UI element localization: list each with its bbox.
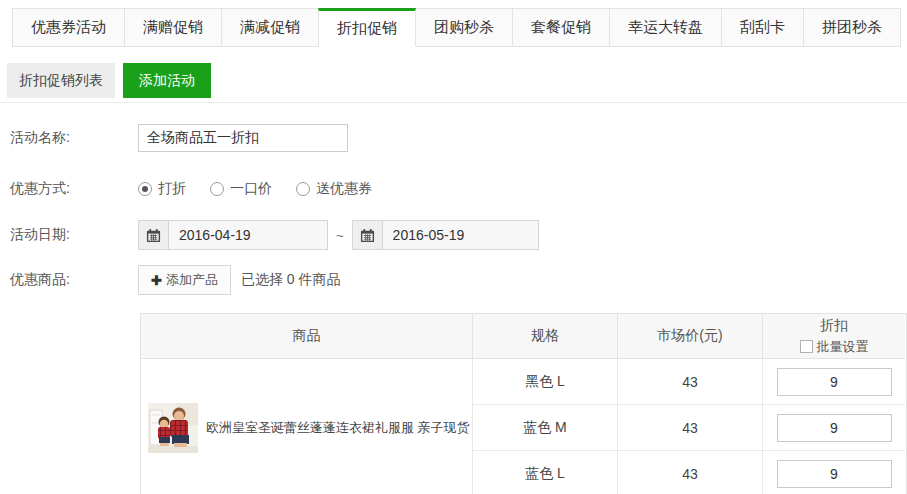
price-cell: 43 [618, 451, 763, 494]
radio-icon[interactable] [296, 182, 310, 196]
activity-name-label: 活动名称: [10, 129, 138, 147]
spec-column-header: 规格 [473, 314, 618, 359]
start-date-value[interactable] [169, 227, 299, 243]
batch-checkbox-label: 批量设置 [817, 338, 869, 356]
radio-label: 一口价 [230, 180, 272, 198]
spec-cell: 蓝色 L [473, 451, 618, 494]
discount-method-option[interactable]: 打折 [138, 180, 186, 198]
add-activity-button[interactable]: 添加活动 [123, 63, 211, 98]
product-column-header: 商品 [141, 314, 473, 359]
radio-icon[interactable] [138, 182, 152, 196]
activity-name-input[interactable] [138, 124, 348, 152]
selected-count-text: 已选择 0 件商品 [241, 271, 341, 289]
promo-tab[interactable]: 幸运大转盘 [609, 8, 722, 47]
price-cell: 43 [618, 405, 763, 451]
product-image [148, 403, 198, 453]
add-product-button-label: 添加产品 [166, 271, 218, 289]
batch-set-control[interactable]: 批量设置 [800, 338, 869, 356]
discount-input[interactable] [777, 414, 892, 442]
batch-checkbox[interactable] [800, 340, 813, 353]
date-range-separator: ~ [336, 228, 344, 243]
promo-tab-label: 满赠促销 [143, 18, 203, 37]
price-cell: 43 [618, 359, 763, 405]
promo-tab-label: 拼团秒杀 [822, 18, 882, 37]
product-cell: 欧洲皇室圣诞蕾丝蓬蓬连衣裙礼服服 亲子现货 [141, 359, 473, 494]
promo-tab-label: 优惠券活动 [31, 18, 106, 37]
add-product-button[interactable]: ✚ 添加产品 [138, 265, 231, 295]
calendar-icon[interactable] [353, 221, 383, 249]
product-table: 商品 规格 市场价(元) 折扣 批量设置 [140, 313, 907, 494]
promo-tab-label: 折扣促销 [337, 19, 397, 38]
promo-tab[interactable]: 优惠券活动 [12, 8, 125, 47]
promo-tab[interactable]: 折扣促销 [318, 8, 416, 47]
promo-tab[interactable]: 拼团秒杀 [803, 8, 901, 47]
radio-label: 送优惠券 [316, 180, 372, 198]
discount-goods-label: 优惠商品: [10, 271, 138, 289]
promo-tab[interactable]: 套餐促销 [512, 8, 610, 47]
radio-icon[interactable] [210, 182, 224, 196]
discount-cell [763, 359, 905, 405]
calendar-icon[interactable] [139, 221, 169, 249]
discount-cell [763, 451, 905, 494]
discount-method-option[interactable]: 一口价 [210, 180, 272, 198]
discount-cell [763, 405, 905, 451]
discount-list-button[interactable]: 折扣促销列表 [7, 63, 115, 98]
promo-tab-label: 幸运大转盘 [628, 18, 703, 37]
discount-column-header: 折扣 批量设置 [763, 314, 905, 359]
end-date-value[interactable] [383, 227, 513, 243]
promo-tabbar: 优惠券活动 满赠促销 满减促销 折扣促销 团购秒杀 套餐促销 幸运大转盘 刮刮卡… [13, 8, 907, 47]
promo-tab-label: 刮刮卡 [740, 18, 785, 37]
promo-tab[interactable]: 满减促销 [221, 8, 319, 47]
activity-name-row: 活动名称: [10, 123, 907, 153]
promo-tab[interactable]: 团购秒杀 [415, 8, 513, 47]
spec-cell: 黑色 L [473, 359, 618, 405]
discount-input[interactable] [777, 460, 892, 488]
product-title: 欧洲皇室圣诞蕾丝蓬蓬连衣裙礼服服 亲子现货 [206, 419, 470, 437]
spec-cell: 蓝色 M [473, 405, 618, 451]
divider [0, 102, 907, 103]
start-date-input[interactable] [138, 220, 328, 250]
price-column-header: 市场价(元) [618, 314, 763, 359]
discount-method-options: 打折 一口价 送优惠券 [138, 180, 396, 198]
discount-method-row: 优惠方式: 打折 一口价 送优惠券 [10, 179, 907, 199]
promo-tab[interactable]: 满赠促销 [124, 8, 222, 47]
subnav: 折扣促销列表 添加活动 [7, 63, 907, 98]
promo-tab-label: 满减促销 [240, 18, 300, 37]
discount-header-label: 折扣 [820, 317, 848, 335]
plus-icon: ✚ [151, 273, 162, 288]
discount-method-option[interactable]: 送优惠券 [296, 180, 372, 198]
activity-date-label: 活动日期: [10, 226, 138, 244]
promo-tab-label: 套餐促销 [531, 18, 591, 37]
radio-label: 打折 [158, 180, 186, 198]
discount-method-label: 优惠方式: [10, 180, 138, 198]
end-date-input[interactable] [352, 220, 539, 250]
discount-input[interactable] [777, 368, 892, 396]
promo-tab[interactable]: 刮刮卡 [721, 8, 804, 47]
activity-date-row: 活动日期: ~ [10, 220, 907, 250]
promo-tab-label: 团购秒杀 [434, 18, 494, 37]
discount-goods-row: 优惠商品: ✚ 添加产品 已选择 0 件商品 [10, 265, 907, 295]
